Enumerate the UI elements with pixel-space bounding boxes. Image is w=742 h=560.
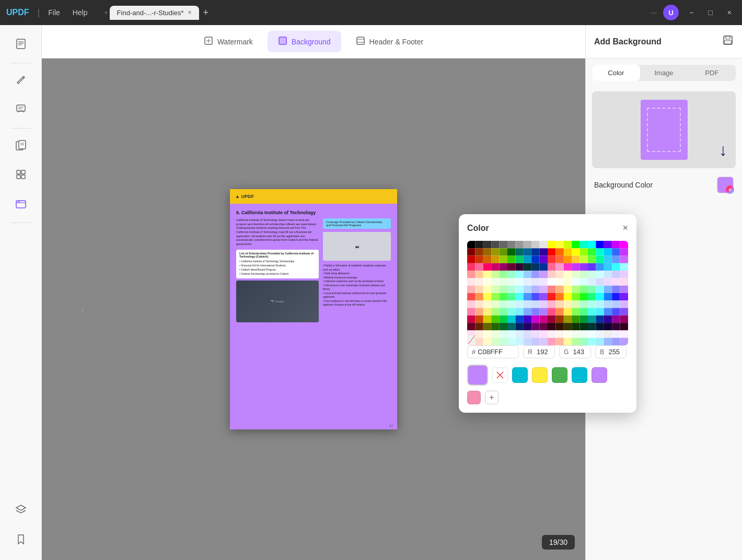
r-input[interactable] <box>535 348 550 356</box>
svg-rect-28 <box>724 36 732 44</box>
tab-dropdown-icon[interactable]: ▾ <box>105 9 108 16</box>
annotate-icon <box>15 103 27 118</box>
swatch-pink[interactable] <box>467 391 481 404</box>
pdf-logo: ▲ UPDF <box>235 194 254 199</box>
title-sep: | <box>38 7 40 18</box>
pdf-page: ▲ UPDF 6. California Institute of Techno… <box>230 189 397 429</box>
background-label: Background <box>292 38 331 46</box>
svg-rect-23 <box>279 37 286 44</box>
pdf-list-item-4: • Federal Scholarships provided to Calte… <box>239 272 316 275</box>
preview-page <box>641 100 688 160</box>
sidebar-divider-3 <box>10 223 31 223</box>
hex-input[interactable] <box>478 348 514 356</box>
g-input-wrap: G <box>559 345 591 358</box>
pdf-list-box: List of Scholarships Provided by Califor… <box>236 250 319 278</box>
b-input[interactable] <box>606 348 622 356</box>
b-input-wrap: B <box>595 345 627 358</box>
avatar[interactable]: U <box>663 5 679 20</box>
pdf-image-2: 📷 image <box>236 281 319 322</box>
sidebar-item-convert[interactable] <box>6 162 36 189</box>
sidebar-item-read[interactable] <box>6 31 36 59</box>
watermark-label: Watermark <box>217 38 253 46</box>
sidebar-item-tools[interactable] <box>6 191 36 218</box>
watermark-button[interactable]: Watermark <box>193 31 263 52</box>
tab-title: Find-and-...-r-Studies* <box>117 9 184 17</box>
preview-page-inner <box>647 108 681 152</box>
svg-rect-30 <box>724 41 732 44</box>
pdf-page-number: 17 <box>389 424 393 427</box>
close-button[interactable]: × <box>723 6 736 19</box>
tab-color[interactable]: Color <box>592 65 640 81</box>
panel-preview: ↓ <box>592 91 736 168</box>
r-input-wrap: R <box>523 345 555 358</box>
color-picker-header: Color × <box>467 223 628 234</box>
preset-teal[interactable] <box>572 367 587 383</box>
sidebar-item-annotate[interactable] <box>6 97 36 124</box>
tab-close-icon[interactable]: × <box>188 9 192 16</box>
minimize-button[interactable]: − <box>685 6 698 19</box>
new-tab-button[interactable]: + <box>203 7 209 18</box>
bookmark-icon <box>15 533 27 547</box>
no-color-swatch[interactable] <box>492 367 508 383</box>
pdf-list-item-1: • California Institute of Technology Sch… <box>239 260 316 263</box>
header-footer-icon <box>356 36 365 47</box>
preset-cyan[interactable] <box>512 367 528 383</box>
background-icon <box>278 36 287 47</box>
color-picker-popup: Color × # R G B <box>459 214 636 413</box>
bg-color-swatch[interactable]: ▾ <box>717 177 734 193</box>
active-tab[interactable]: Find-and-...-r-Studies* × <box>110 6 199 20</box>
preview-arrow-icon: ↓ <box>719 141 727 160</box>
current-color-swatch[interactable] <box>467 365 488 386</box>
menu-help[interactable]: Help <box>68 6 92 19</box>
edit-icon <box>15 74 27 88</box>
read-icon <box>15 38 27 52</box>
add-swatch-button[interactable]: + <box>485 391 498 404</box>
g-input[interactable] <box>571 348 586 356</box>
sidebar-item-edit[interactable] <box>6 67 36 95</box>
color-picker-title: Color <box>467 224 489 233</box>
svg-point-18 <box>17 201 18 202</box>
svg-rect-15 <box>21 175 25 179</box>
color-spectrum[interactable] <box>467 241 628 345</box>
pdf-section-title: 6. California Institute of Technology <box>236 210 391 215</box>
sidebar <box>0 25 42 560</box>
sidebar-divider-1 <box>10 63 31 63</box>
pdf-bullets: • Partial or full waiver of academic aca… <box>323 264 391 307</box>
sidebar-divider-2 <box>10 128 31 129</box>
svg-rect-12 <box>17 170 20 174</box>
pdf-image-1: 📷 <box>323 232 391 261</box>
header-footer-button[interactable]: Header & Footer <box>345 31 434 52</box>
more-options[interactable]: ··· <box>651 8 657 17</box>
sidebar-item-pages[interactable] <box>6 133 36 160</box>
pdf-list-item-2: • Financial Aid for International Studen… <box>239 264 316 267</box>
pdf-page-body: 6. California Institute of Technology Ca… <box>230 204 397 429</box>
maximize-button[interactable]: □ <box>704 6 716 19</box>
svg-rect-13 <box>21 170 25 174</box>
menu-file[interactable]: File <box>44 6 64 19</box>
panel-header: Add Background <box>586 25 742 59</box>
preset-purple[interactable] <box>592 367 607 383</box>
tab-image[interactable]: Image <box>640 65 688 81</box>
titlebar: UPDF | File Help ▾ Find-and-...-r-Studie… <box>0 0 742 25</box>
color-picker-close-button[interactable]: × <box>622 223 628 234</box>
preset-green[interactable] <box>552 367 567 383</box>
preset-yellow[interactable] <box>532 367 548 383</box>
sidebar-toggle-icon[interactable]: › <box>81 304 84 315</box>
sidebar-item-bookmarks[interactable] <box>6 527 36 554</box>
panel-save-icon[interactable] <box>722 34 734 49</box>
app-logo: UPDF <box>6 8 29 17</box>
bg-color-label: Background Color <box>594 181 653 189</box>
watermark-icon <box>204 36 213 47</box>
sidebar-item-layers[interactable] <box>6 497 36 524</box>
preset-row <box>467 365 628 386</box>
svg-point-19 <box>19 201 20 202</box>
svg-rect-5 <box>17 105 25 111</box>
pdf-list-title: List of Scholarships Provided by Califor… <box>239 252 316 258</box>
g-label: G <box>564 348 569 356</box>
pdf-callout: Coverage Provided by Caltech Scholarship… <box>323 218 391 229</box>
page-indicator: 19/30 <box>542 535 575 550</box>
tab-pdf[interactable]: PDF <box>688 65 736 81</box>
convert-icon <box>15 169 27 183</box>
pdf-text-1: California Institute of Technology doesn… <box>236 218 319 247</box>
background-button[interactable]: Background <box>268 31 341 52</box>
